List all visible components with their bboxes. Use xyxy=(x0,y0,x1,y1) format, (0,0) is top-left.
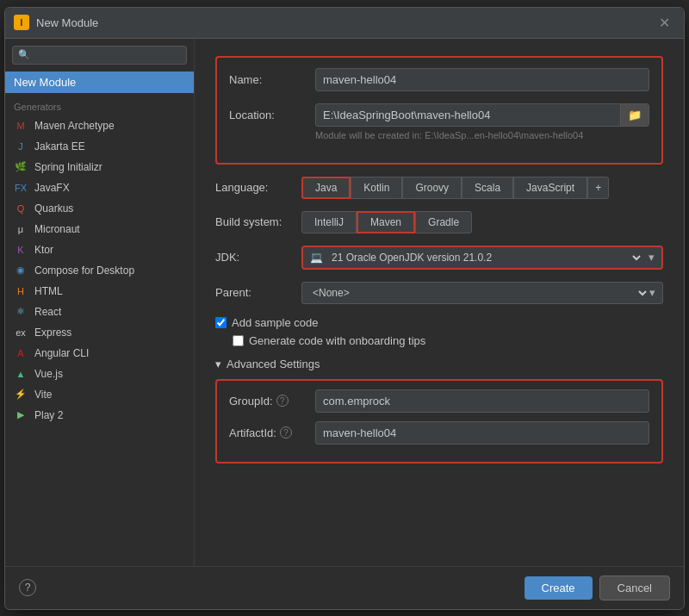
location-hint: Module will be created in: E:\IdeaSp...e… xyxy=(315,130,649,140)
language-label: Language: xyxy=(215,181,301,194)
express-icon: ex xyxy=(14,326,28,339)
sidebar-item-quarkus[interactable]: Q Quarkus xyxy=(5,198,194,219)
build-maven-button[interactable]: Maven xyxy=(357,211,415,233)
maven-archetype-icon: M xyxy=(14,119,28,133)
group-id-help-icon[interactable]: ? xyxy=(276,395,289,407)
sidebar-item-react[interactable]: ⚛ React xyxy=(5,302,194,322)
group-id-input[interactable] xyxy=(315,389,649,413)
name-location-section: Name: Location: 📁 Module will be created… xyxy=(215,56,663,165)
artifact-id-help-icon[interactable]: ? xyxy=(280,426,292,439)
language-kotlin-button[interactable]: Kotlin xyxy=(351,177,402,199)
language-javascript-button[interactable]: JavaScript xyxy=(513,177,587,199)
sidebar-item-spring-initializr[interactable]: 🌿 Spring Initializr xyxy=(5,157,194,177)
build-system-label: Build system: xyxy=(215,215,301,228)
location-input[interactable] xyxy=(316,104,620,126)
sidebar-item-label: Angular CLI xyxy=(34,347,89,359)
browse-button[interactable]: 📁 xyxy=(620,104,649,126)
html-icon: H xyxy=(14,284,28,298)
build-gradle-button[interactable]: Gradle xyxy=(415,211,472,233)
help-button[interactable]: ? xyxy=(19,579,36,596)
close-button[interactable]: ✕ xyxy=(654,13,675,33)
group-id-label: GroupId: xyxy=(229,395,273,408)
jdk-row: JDK: 💻 21 Oracle OpenJDK version 21.0.2 … xyxy=(215,246,663,270)
sidebar-item-label: React xyxy=(34,306,61,318)
sidebar-item-label: Micronaut xyxy=(34,223,80,235)
jdk-label: JDK: xyxy=(215,251,301,264)
sidebar-item-label: Ktor xyxy=(34,244,53,256)
sidebar-item-compose-desktop[interactable]: ◉ Compose for Desktop xyxy=(5,260,194,281)
language-button-group: Java Kotlin Groovy Scala JavaScript + xyxy=(301,177,609,199)
search-box: 🔍 xyxy=(12,46,187,65)
sidebar-item-label: JavaFX xyxy=(34,182,70,194)
play2-icon: ▶ xyxy=(14,408,28,422)
sidebar-item-label: Play 2 xyxy=(34,409,63,421)
group-id-label-wrap: GroupId: ? xyxy=(229,395,315,408)
sidebar: 🔍 New Module Generators M Maven Archetyp… xyxy=(5,39,195,566)
artifact-id-label: ArtifactId: xyxy=(229,426,276,439)
vue-icon: ▲ xyxy=(14,367,28,381)
micronaut-icon: μ xyxy=(14,222,28,236)
create-button[interactable]: Create xyxy=(525,576,593,600)
cancel-button[interactable]: Cancel xyxy=(599,576,670,600)
jakarta-ee-icon: J xyxy=(14,140,28,153)
name-row: Name: xyxy=(229,68,649,91)
language-row: Language: Java Kotlin Groovy Scala JavaS… xyxy=(215,177,663,199)
language-scala-button[interactable]: Scala xyxy=(462,177,513,199)
parent-row: Parent: <None> ▾ xyxy=(215,282,663,304)
artifact-id-row: ArtifactId: ? xyxy=(229,421,649,445)
sidebar-item-angular-cli[interactable]: A Angular CLI xyxy=(5,343,194,364)
sidebar-item-maven-archetype[interactable]: M Maven Archetype xyxy=(5,115,194,136)
compose-icon: ◉ xyxy=(14,264,28,277)
sidebar-item-vite[interactable]: ⚡ Vite xyxy=(5,384,194,405)
sidebar-item-label: Jakarta EE xyxy=(34,140,85,152)
sidebar-item-express[interactable]: ex Express xyxy=(5,322,194,343)
location-row: Location: 📁 xyxy=(229,103,649,127)
build-intellij-button[interactable]: IntelliJ xyxy=(301,211,357,233)
sidebar-item-play2[interactable]: ▶ Play 2 xyxy=(5,405,194,426)
ktor-icon: K xyxy=(14,243,28,257)
name-input[interactable] xyxy=(315,68,649,91)
spring-initializr-icon: 🌿 xyxy=(14,160,28,174)
search-icon: 🔍 xyxy=(18,49,30,60)
build-system-button-group: IntelliJ Maven Gradle xyxy=(301,211,472,233)
artifact-id-input[interactable] xyxy=(315,421,649,445)
build-system-row: Build system: IntelliJ Maven Gradle xyxy=(215,211,663,233)
add-language-button[interactable]: + xyxy=(587,177,609,199)
group-id-row: GroupId: ? xyxy=(229,389,649,413)
sidebar-item-label: Vite xyxy=(34,389,52,401)
advanced-settings-header[interactable]: ▾ Advanced Settings xyxy=(215,358,663,370)
help-footer: ? xyxy=(19,579,518,596)
sidebar-item-micronaut[interactable]: μ Micronaut xyxy=(5,219,194,240)
dialog-title: New Module xyxy=(36,16,654,29)
sidebar-item-html[interactable]: H HTML xyxy=(5,281,194,302)
search-input[interactable] xyxy=(34,49,181,61)
vite-icon: ⚡ xyxy=(14,388,28,401)
add-sample-code-label: Add sample code xyxy=(232,316,318,329)
jdk-select-inner: 💻 21 Oracle OpenJDK version 21.0.2 ▾ xyxy=(303,247,661,268)
generate-tips-row: Generate code with onboarding tips xyxy=(233,334,663,347)
language-groovy-button[interactable]: Groovy xyxy=(402,177,462,199)
add-sample-code-checkbox[interactable] xyxy=(215,317,227,328)
sidebar-item-vue-js[interactable]: ▲ Vue.js xyxy=(5,364,194,384)
add-sample-code-row: Add sample code xyxy=(215,316,663,329)
parent-select[interactable]: <None> xyxy=(309,286,649,300)
language-java-button[interactable]: Java xyxy=(301,177,351,199)
jdk-select-wrapper: 💻 21 Oracle OpenJDK version 21.0.2 ▾ xyxy=(301,246,663,270)
generators-section-label: Generators xyxy=(5,95,194,115)
generate-tips-checkbox[interactable] xyxy=(233,335,244,346)
artifact-id-label-wrap: ArtifactId: ? xyxy=(229,426,315,439)
advanced-settings-label: Advanced Settings xyxy=(227,358,320,370)
sidebar-item-ktor[interactable]: K Ktor xyxy=(5,240,194,260)
sidebar-item-label: Compose for Desktop xyxy=(34,264,134,277)
sidebar-item-new-module[interactable]: New Module xyxy=(5,72,194,93)
parent-dropdown-icon: ▾ xyxy=(649,286,655,299)
app-icon: I xyxy=(14,15,29,30)
sidebar-item-jakarta-ee[interactable]: J Jakarta EE xyxy=(5,136,194,157)
sidebar-item-javafx[interactable]: FX JavaFX xyxy=(5,177,194,198)
sidebar-item-label: Vue.js xyxy=(34,368,63,380)
sidebar-item-label: Quarkus xyxy=(34,202,73,215)
jdk-select[interactable]: 21 Oracle OpenJDK version 21.0.2 xyxy=(328,251,643,264)
react-icon: ⚛ xyxy=(14,305,28,319)
title-bar: I New Module ✕ xyxy=(5,8,684,39)
angular-icon: A xyxy=(14,346,28,360)
